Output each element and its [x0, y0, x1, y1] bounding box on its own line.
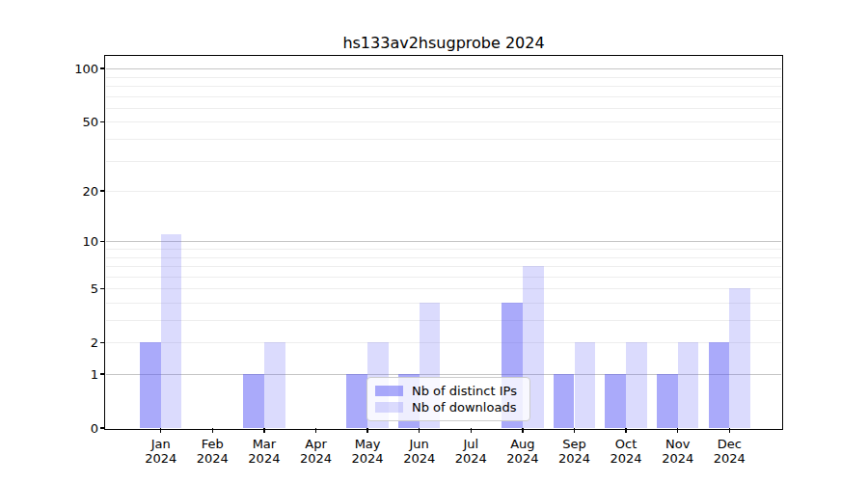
x-tick-month: Jan: [132, 437, 190, 451]
legend-swatch-distinct-ips: [375, 386, 403, 396]
legend-swatch-downloads: [375, 402, 403, 413]
gridline-minor: [106, 121, 781, 122]
bar-distinct-ips-oct: [605, 374, 626, 428]
x-tick-year: 2024: [132, 451, 190, 466]
x-tick: [471, 428, 472, 433]
bar-distinct-ips-mar: [243, 374, 264, 428]
gridline-minor: [106, 320, 781, 321]
x-tick-year: 2024: [442, 451, 500, 466]
bar-downloads-mar: [264, 342, 285, 428]
y-tick-label: 0: [50, 421, 98, 436]
gridline-minor: [106, 266, 781, 267]
gridline-major: [106, 68, 781, 69]
y-tick-label: 2: [50, 335, 98, 350]
x-tick: [574, 428, 575, 433]
x-tick-label-oct: Oct2024: [597, 437, 655, 466]
bar-distinct-ips-dec: [709, 342, 730, 428]
bar-distinct-ips-nov: [657, 374, 678, 428]
x-tick-month: Apr: [287, 437, 345, 451]
x-tick-year: 2024: [183, 451, 241, 466]
figure: hs133av2hsugprobe 2024 0125102050100Jan2…: [0, 0, 868, 482]
x-tick-month: May: [339, 437, 396, 451]
y-tick: [100, 190, 105, 191]
bar-downloads-sep: [575, 342, 596, 428]
x-tick: [419, 428, 420, 433]
x-tick-label-jun: Jun2024: [391, 437, 448, 466]
x-tick-month: Aug: [494, 437, 552, 451]
x-tick: [160, 428, 161, 433]
y-tick-label: 20: [50, 184, 98, 199]
x-tick-month: Mar: [235, 437, 293, 451]
x-tick-year: 2024: [391, 451, 448, 466]
x-tick-month: Feb: [183, 437, 241, 451]
gridline-minor: [106, 77, 781, 78]
gridline-minor: [106, 191, 781, 192]
y-tick-label: 5: [50, 281, 98, 296]
legend-label: Nb of downloads: [412, 400, 516, 415]
gridline-minor: [106, 303, 781, 304]
x-tick-label-sep: Sep2024: [546, 437, 604, 466]
x-tick: [677, 428, 678, 433]
x-tick-label-mar: Mar2024: [235, 437, 293, 466]
x-tick-label-jul: Jul2024: [442, 437, 500, 466]
bar-distinct-ips-may: [346, 374, 367, 428]
x-tick-year: 2024: [235, 451, 293, 466]
x-tick-year: 2024: [339, 451, 396, 466]
x-tick-year: 2024: [494, 451, 552, 466]
bar-downloads-nov: [678, 342, 699, 428]
x-tick-year: 2024: [287, 451, 345, 466]
bar-downloads-oct: [626, 342, 647, 428]
bar-distinct-ips-jan: [140, 342, 161, 428]
y-tick: [100, 241, 105, 242]
bar-downloads-dec: [729, 288, 750, 428]
gridline-minor: [106, 288, 781, 289]
x-tick: [522, 428, 523, 433]
legend: Nb of distinct IPsNb of downloads: [366, 377, 530, 421]
x-tick-month: Jul: [442, 437, 500, 451]
x-tick-year: 2024: [700, 451, 758, 466]
chart-title: hs133av2hsugprobe 2024: [106, 34, 781, 52]
legend-label: Nb of distinct IPs: [412, 384, 517, 398]
y-tick: [100, 288, 105, 289]
x-tick-label-may: May2024: [339, 437, 396, 466]
plot-area: [106, 57, 781, 428]
x-tick-month: Dec: [700, 437, 758, 451]
gridline-minor: [106, 108, 781, 109]
y-tick-label: 50: [50, 115, 98, 129]
x-tick-label-dec: Dec2024: [700, 437, 758, 466]
x-tick-label-nov: Nov2024: [649, 437, 707, 466]
y-tick: [100, 342, 105, 343]
y-tick: [100, 373, 105, 374]
x-tick: [212, 428, 213, 433]
x-tick: [263, 428, 264, 433]
x-tick-label-feb: Feb2024: [183, 437, 241, 466]
y-tick: [100, 121, 105, 122]
x-tick-month: Nov: [649, 437, 707, 451]
y-tick-label: 10: [50, 234, 98, 249]
x-tick-label-jan: Jan2024: [132, 437, 190, 466]
gridline-minor: [106, 86, 781, 87]
x-tick: [315, 428, 316, 433]
bar-downloads-jan: [161, 234, 182, 428]
x-tick-year: 2024: [597, 451, 655, 466]
x-tick-year: 2024: [546, 451, 604, 466]
y-tick: [100, 427, 105, 428]
x-tick-label-apr: Apr2024: [287, 437, 345, 466]
gridline-major: [106, 241, 781, 242]
x-tick-month: Oct: [597, 437, 655, 451]
x-tick: [366, 428, 367, 433]
y-tick-label: 1: [50, 367, 98, 382]
gridline-minor: [106, 161, 781, 162]
gridline-minor: [106, 249, 781, 250]
gridline-minor: [106, 257, 781, 258]
legend-item: Nb of downloads: [375, 400, 522, 415]
x-tick: [729, 428, 730, 433]
x-tick-month: Sep: [546, 437, 604, 451]
x-tick-year: 2024: [649, 451, 707, 466]
x-tick-month: Jun: [391, 437, 448, 451]
y-tick-label: 100: [50, 62, 98, 76]
y-tick: [100, 67, 105, 68]
bar-distinct-ips-sep: [554, 374, 575, 428]
gridline-minor: [106, 139, 781, 140]
gridline-minor: [106, 277, 781, 278]
